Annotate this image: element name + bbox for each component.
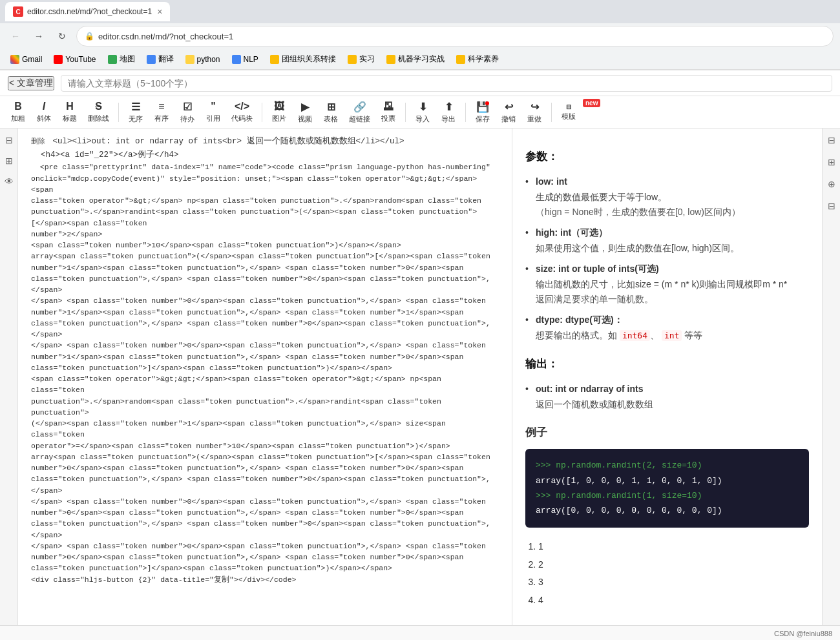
save-button[interactable]: 💾 保存 <box>471 99 494 126</box>
tab-favicon: C <box>13 6 23 17</box>
code-line-4: array([0, 0, 0, 0, 0, 0, 0, 0, 0, 0]) <box>536 503 799 518</box>
bookmark-maps-label: 地图 <box>120 54 135 65</box>
undo-button[interactable]: ↩ 撤销 <box>497 99 520 126</box>
unordered-label: 无序 <box>129 114 143 124</box>
bold-button[interactable]: B 加粗 <box>6 99 30 126</box>
video-button[interactable]: ▶ 视频 <box>293 99 317 126</box>
bookmark-translate[interactable]: 翻译 <box>143 52 178 66</box>
line-13: number">1</span><span class="token punct… <box>31 307 499 318</box>
main-content: ⊟ ⊞ 👁 删除 <ul><li>out: int or ndarray of … <box>0 129 840 625</box>
bookmark-youtube-label: YouTube <box>65 55 96 64</box>
lock-icon: 🔒 <box>85 32 94 41</box>
code-icon: </> <box>235 101 249 112</box>
line-16: number">1</span><span class="token punct… <box>31 351 499 362</box>
table-button[interactable]: ⊞ 表格 <box>319 99 342 126</box>
template-button[interactable]: ⊟ 模版 <box>557 99 580 126</box>
left-panel-icon-1[interactable]: ⊟ <box>3 134 16 147</box>
tab-close-btn[interactable]: × <box>157 6 162 17</box>
article-mgmt-button[interactable]: < 文章管理 <box>8 76 54 90</box>
code-block: >>> np.random.randint(2, size=10) array(… <box>525 449 809 528</box>
bookmark-science[interactable]: 科学素养 <box>452 52 503 66</box>
redo-button[interactable]: ↪ 重做 <box>523 99 546 126</box>
right-icon-4[interactable]: ⊟ <box>825 200 838 212</box>
editor-text-area[interactable]: 删除 <ul><li>out: int or ndarray of ints<b… <box>18 129 512 625</box>
bookmark-youtube[interactable]: YouTube <box>50 54 100 65</box>
left-panel-icon-2[interactable]: ⊞ <box>3 154 16 167</box>
bookmark-ml[interactable]: 机器学习实战 <box>383 52 448 66</box>
bookmark-org[interactable]: 团组织关系转接 <box>266 52 340 66</box>
vote-button[interactable]: 🗳 投票 <box>377 99 400 126</box>
gmail-icon <box>10 55 19 64</box>
heading-button[interactable]: H 标题 <box>58 99 81 126</box>
save-dot <box>485 101 489 105</box>
browser-chrome: C editor.csdn.net/md/?not_checkout=1 × ←… <box>0 0 840 70</box>
right-icon-3[interactable]: ⊕ <box>825 178 838 191</box>
editor-container: < 文章管理 B 加粗 I 斜体 H 标题 S 删除线 ☰ 无序 ≡ 有序 <box>0 70 840 640</box>
line-17: class="token punctuation">]</span><span … <box>31 362 499 373</box>
toolbar-sep-1 <box>118 103 119 122</box>
ordered-label: 有序 <box>154 114 169 123</box>
toolbar-sep-3 <box>405 103 406 122</box>
ordered-button[interactable]: ≡ 有序 <box>150 99 173 126</box>
address-bar: ← → ↻ 🔒 editor.csdn.net/md/?not_checkout… <box>0 23 840 49</box>
bookmark-gmail[interactable]: Gmail <box>6 54 46 65</box>
strikethrough-icon: S <box>95 101 102 112</box>
example-section: 例子 >>> np.random.randint(2, size=10) arr… <box>525 424 809 610</box>
vote-icon: 🗳 <box>383 101 394 112</box>
bookmark-python-label: python <box>197 55 220 64</box>
params-list: low: int 生成的数值最低要大于等于low。 （hign = None时，… <box>525 172 809 346</box>
nlp-icon <box>232 55 241 64</box>
quote-button[interactable]: " 引用 <box>202 99 225 126</box>
unordered-button[interactable]: ☰ 无序 <box>124 99 147 126</box>
task-icon: ☑ <box>183 101 192 113</box>
forward-button[interactable]: → <box>30 27 48 45</box>
param-low-desc: 生成的数值最低要大于等于low。 <box>536 192 667 202</box>
strikethrough-button[interactable]: S 删除线 <box>84 99 113 126</box>
bookmark-org-label: 团组织关系转接 <box>282 54 336 65</box>
active-tab[interactable]: C editor.csdn.net/md/?not_checkout=1 × <box>5 2 170 21</box>
list-item-2: 2 <box>538 556 809 574</box>
right-icon-2[interactable]: ⊞ <box>825 156 838 169</box>
bookmark-python[interactable]: python <box>182 54 224 65</box>
line-26: number">0</span><span class="token punct… <box>31 507 499 518</box>
italic-button[interactable]: I 斜体 <box>32 99 56 126</box>
url-bar[interactable]: 🔒 editor.csdn.net/md/?not_checkout=1 <box>76 26 834 46</box>
example-title: 例子 <box>525 424 809 442</box>
bookmark-science-label: 科学素养 <box>468 54 499 65</box>
back-button[interactable]: ← <box>6 27 25 45</box>
link-button[interactable]: 🔗 超链接 <box>345 99 374 126</box>
article-title-input[interactable] <box>61 75 832 92</box>
right-icon-1[interactable]: ⊟ <box>825 134 838 147</box>
export-button[interactable]: ⬆ 导出 <box>437 99 460 126</box>
url-text: editor.csdn.net/md/?not_checkout=1 <box>98 32 233 41</box>
code-button[interactable]: </> 代码块 <box>227 99 257 126</box>
folder-internship-icon <box>348 55 357 64</box>
folder-ml-icon <box>386 55 395 64</box>
bookmark-maps[interactable]: 地图 <box>104 52 139 66</box>
line-2: <h4><a id="_22"></a>例子</h4> <box>31 149 499 162</box>
bookmark-internship[interactable]: 实习 <box>344 52 379 66</box>
code-result-2: array([0, 0, 0, 0, 0, 0, 0, 0, 0, 0]) <box>536 506 722 515</box>
bottom-bar: CSDN @feiniu888 <box>0 625 840 640</box>
task-button[interactable]: ☑ 待办 <box>176 99 199 126</box>
redo-label: 重做 <box>527 114 541 124</box>
line-1: 删除 <ul><li>out: int or ndarray of ints<b… <box>31 135 499 149</box>
line-5: class="token operator">&gt;</span> np<sp… <box>31 195 499 206</box>
line-6: punctuation">.</span>randint<span class=… <box>31 206 499 229</box>
left-panel-icon-3[interactable]: 👁 <box>3 175 16 188</box>
line-31: <div class="hljs-button {2}" data-title=… <box>31 574 499 585</box>
line-22: array<span class="token punctuation">(</… <box>31 451 499 462</box>
refresh-button[interactable]: ↻ <box>53 27 71 45</box>
param-dtype: dtype: dtype(可选)： 想要输出的格式。如 int64、 int 等… <box>525 310 809 346</box>
bookmark-nlp[interactable]: NLP <box>228 54 262 65</box>
image-button[interactable]: 🖼 图片 <box>268 99 291 126</box>
output-desc: 返回一个随机数或随机数数组 <box>536 399 653 409</box>
list-item-3: 3 <box>538 573 809 592</box>
table-label: 表格 <box>324 114 338 124</box>
left-side-panel: ⊟ ⊞ 👁 <box>0 129 18 625</box>
line-15: </span> <span class="token number">0</sp… <box>31 340 499 351</box>
line-11: class="token punctuation">,</span> <span… <box>31 273 499 296</box>
line-14: class="token punctuation">,</span> <span… <box>31 318 499 340</box>
video-label: 视频 <box>298 114 312 124</box>
import-button[interactable]: ⬇ 导入 <box>411 99 434 126</box>
